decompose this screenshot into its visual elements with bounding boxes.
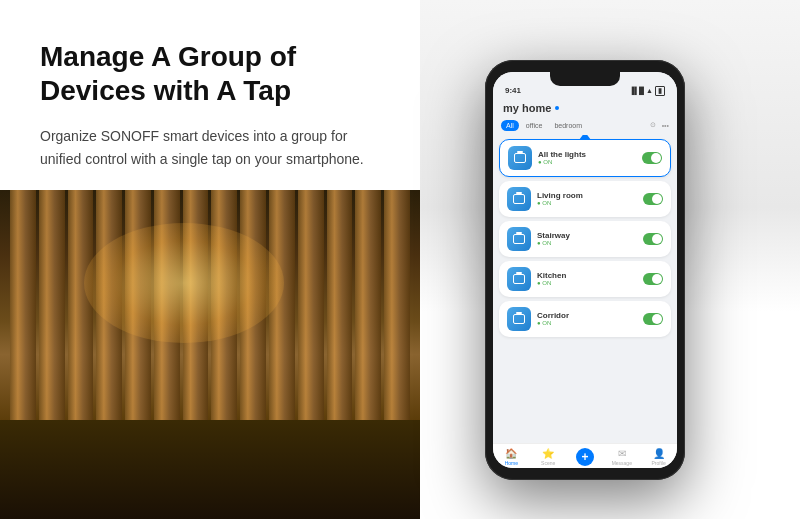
signal-icon: ▐▌█ (629, 87, 644, 94)
profile-nav-icon: 👤 (653, 448, 665, 459)
device-info-all-lights: All the lights ● ON (538, 150, 586, 165)
phone-body: 9:41 ▐▌█ ▲ ▮ my home (485, 60, 685, 480)
arrow-indicator (579, 135, 591, 140)
profile-nav-label: Profile (651, 460, 665, 466)
text-section: Manage A Group of Devices with A Tap Org… (0, 0, 420, 190)
tab-bedroom[interactable]: bedroom (549, 120, 587, 131)
device-icon-all-lights (508, 146, 532, 170)
bottom-nav: 🏠 Home ⭐ Scene + ✉ Message (493, 443, 677, 468)
device-icon-shape (513, 234, 525, 244)
message-nav-label: Message (612, 460, 632, 466)
headline: Manage A Group of Devices with A Tap (40, 40, 380, 107)
device-icon-living-room (507, 187, 531, 211)
ground (0, 420, 420, 519)
toggle-corridor[interactable] (643, 313, 663, 325)
nav-item-message[interactable]: ✉ Message (603, 448, 640, 466)
add-button[interactable]: + (576, 448, 594, 466)
device-info-corridor: Corridor ● ON (537, 311, 569, 326)
toggle-all-lights[interactable] (642, 152, 662, 164)
device-icon-shape (513, 274, 525, 284)
device-card-left: Kitchen ● ON (507, 267, 566, 291)
device-name-living-room: Living room (537, 191, 583, 200)
device-icon-corridor (507, 307, 531, 331)
phone-mockup: 9:41 ▐▌█ ▲ ▮ my home (485, 60, 685, 480)
home-nav-label: Home (505, 460, 518, 466)
phone-notch (550, 72, 620, 86)
device-status-all-lights: ● ON (538, 159, 586, 165)
home-indicator-dot (555, 106, 559, 110)
device-icon-shape (513, 314, 525, 324)
scene-nav-label: Scene (541, 460, 555, 466)
device-status-stairway: ● ON (537, 240, 570, 246)
device-card-stairway[interactable]: Stairway ● ON (499, 221, 671, 257)
app-home-title: my home (503, 102, 667, 114)
device-card-living-room[interactable]: Living room ● ON (499, 181, 671, 217)
left-panel: Manage A Group of Devices with A Tap Org… (0, 0, 420, 519)
device-card-kitchen[interactable]: Kitchen ● ON (499, 261, 671, 297)
battery-icon: ▮ (655, 86, 665, 96)
device-name-corridor: Corridor (537, 311, 569, 320)
toggle-knob (652, 314, 662, 324)
device-card-left: Stairway ● ON (507, 227, 570, 251)
device-info-stairway: Stairway ● ON (537, 231, 570, 246)
toggle-knob (652, 234, 662, 244)
nav-item-profile[interactable]: 👤 Profile (640, 448, 677, 466)
device-card-all-lights[interactable]: All the lights ● ON (499, 139, 671, 177)
house-image-section (0, 190, 420, 519)
device-name-all-lights: All the lights (538, 150, 586, 159)
tab-settings-icon[interactable]: ⊙ (650, 121, 656, 129)
message-nav-icon: ✉ (618, 448, 626, 459)
status-time: 9:41 (505, 86, 521, 95)
toggle-stairway[interactable] (643, 233, 663, 245)
right-panel: 9:41 ▐▌█ ▲ ▮ my home (380, 0, 800, 519)
interior-light-glow (84, 223, 284, 343)
app-header: my home (493, 100, 677, 118)
description: Organize SONOFF smart devices into a gro… (40, 125, 380, 170)
device-name-kitchen: Kitchen (537, 271, 566, 280)
device-info-kitchen: Kitchen ● ON (537, 271, 566, 286)
toggle-knob (652, 194, 662, 204)
device-card-left: Living room ● ON (507, 187, 583, 211)
device-icon-shape (513, 194, 525, 204)
nav-item-scene[interactable]: ⭐ Scene (530, 448, 567, 466)
devices-list: All the lights ● ON (493, 135, 677, 443)
tab-office[interactable]: office (521, 120, 548, 131)
home-nav-icon: 🏠 (505, 448, 517, 459)
scene-nav-icon: ⭐ (542, 448, 554, 459)
device-status-corridor: ● ON (537, 320, 569, 326)
wifi-icon: ▲ (646, 87, 653, 94)
page-container: Manage A Group of Devices with A Tap Org… (0, 0, 800, 519)
device-name-stairway: Stairway (537, 231, 570, 240)
toggle-living-room[interactable] (643, 193, 663, 205)
house-background (0, 190, 420, 519)
toggle-kitchen[interactable] (643, 273, 663, 285)
device-status-kitchen: ● ON (537, 280, 566, 286)
toggle-knob (652, 274, 662, 284)
toggle-knob (651, 153, 661, 163)
device-info-living-room: Living room ● ON (537, 191, 583, 206)
tab-all[interactable]: All (501, 120, 519, 131)
device-card-left: All the lights ● ON (508, 146, 586, 170)
device-icon-kitchen (507, 267, 531, 291)
status-icons: ▐▌█ ▲ ▮ (629, 86, 665, 96)
device-card-corridor[interactable]: Corridor ● ON (499, 301, 671, 337)
nav-item-home[interactable]: 🏠 Home (493, 448, 530, 466)
device-status-living-room: ● ON (537, 200, 583, 206)
device-icon-shape (514, 153, 526, 163)
tab-more-icon[interactable]: ••• (662, 122, 669, 129)
nav-item-add[interactable]: + (567, 448, 604, 466)
phone-screen: 9:41 ▐▌█ ▲ ▮ my home (493, 72, 677, 468)
device-card-left: Corridor ● ON (507, 307, 569, 331)
device-icon-stairway (507, 227, 531, 251)
tab-bar: All office bedroom ⊙ ••• (493, 118, 677, 135)
